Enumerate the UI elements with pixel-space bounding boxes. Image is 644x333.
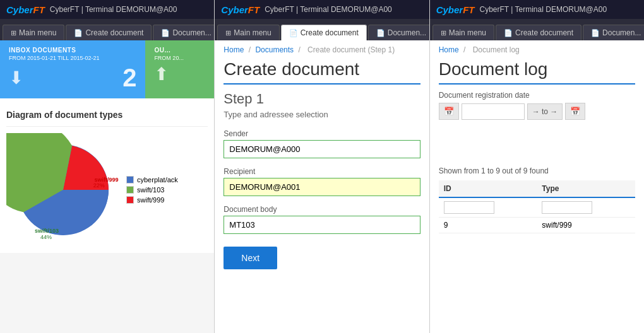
home-icon-2: ⊞ <box>225 29 231 37</box>
breadcrumb-current-3: Document log <box>473 45 520 54</box>
breadcrumb-home-2[interactable]: Home <box>224 45 244 54</box>
topbar-3: CyberFT CyberFT | Terminal DEMORUM@A00 <box>430 0 644 19</box>
filter-id-cell <box>439 197 537 218</box>
tabs-1: ⊞ Main menu 📄 Create document 📄 Documen.… <box>0 19 214 40</box>
inbox-date: FROM 2015-01-21 TILL 2015-02-21 <box>9 55 136 61</box>
legend-item-1: cyberplat/ack <box>126 176 178 184</box>
doc-icon-2b: 📄 <box>376 29 385 37</box>
legend-label-1: cyberplat/ack <box>137 176 178 184</box>
doc-icon-3b: 📄 <box>591 29 600 37</box>
breadcrumb-2: Home / Documents / Create document (Step… <box>215 40 429 59</box>
tab-main-menu-1[interactable]: ⊞ Main menu <box>3 25 64 40</box>
legend-color-2 <box>126 186 134 194</box>
cal-btn-end[interactable]: 📅 <box>565 103 585 120</box>
svg-text:22%: 22% <box>93 182 105 189</box>
doc-icon-3: 📄 <box>504 29 513 37</box>
home-icon-1: ⊞ <box>11 29 16 37</box>
date-start-input[interactable] <box>462 103 525 120</box>
tab-main-menu-2[interactable]: ⊞ Main menu <box>217 25 279 40</box>
tab-create-doc-2[interactable]: 📄 Create document <box>281 25 367 40</box>
sender-input[interactable] <box>224 140 420 158</box>
tab-documents-3[interactable]: 📄 Documen... <box>583 25 644 40</box>
legend-item-3: swift/999 <box>126 196 178 204</box>
outbox-date: FROM 20... <box>154 55 205 61</box>
outbox-body: ⬆ <box>154 64 205 85</box>
body-input[interactable] <box>224 216 420 234</box>
filter-id-input[interactable] <box>444 201 494 214</box>
body-group: Document body <box>224 205 420 234</box>
inbox-card: INBOX DOCUMENTS FROM 2015-01-21 TILL 201… <box>0 40 145 98</box>
chart-legend: cyberplat/ack swift/103 swift/999 <box>126 176 178 204</box>
tab-main-menu-3[interactable]: ⊞ Main menu <box>432 25 494 40</box>
legend-color-1 <box>126 176 134 184</box>
inbox-title: INBOX DOCUMENTS <box>9 47 136 54</box>
inbox-count: 2 <box>122 64 136 92</box>
svg-text:swift/103: swift/103 <box>35 228 59 234</box>
panel-3: CyberFT CyberFT | Terminal DEMORUM@A00 ⊞… <box>430 0 644 333</box>
recipient-group: Recipient <box>224 167 420 196</box>
tabs-2: ⊞ Main menu 📄 Create document 📄 Documen.… <box>215 19 429 40</box>
logo-3: CyberFT <box>436 4 475 15</box>
tab-documents-2[interactable]: 📄 Documen... <box>368 25 430 40</box>
filter-label: Document registration date <box>439 91 635 100</box>
legend-item-2: swift/103 <box>126 186 178 194</box>
topbar-title-2: CyberFT | Terminal DEMORUM@A00 <box>265 5 392 14</box>
col-type: Type <box>537 180 635 197</box>
create-doc-content: Home / Documents / Create document (Step… <box>215 40 429 333</box>
outbox-card: OU... FROM 20... ⬆ <box>145 40 214 98</box>
doc-icon-1b: 📄 <box>161 29 170 37</box>
log-table: ID Type <box>439 180 635 233</box>
legend-label-2: swift/103 <box>137 186 164 194</box>
pie-chart: swift/999 22% swift/103 44% <box>6 133 120 247</box>
step-subtitle: Type and adressee selection <box>224 110 420 119</box>
outbox-title: OU... <box>154 47 205 54</box>
tab-create-doc-3[interactable]: 📄 Create document <box>496 25 581 40</box>
range-separator: → to → <box>527 103 563 120</box>
table-header-row: ID Type <box>439 180 635 197</box>
svg-text:44%: 44% <box>40 234 52 240</box>
tab-create-doc-1[interactable]: 📄 Create document <box>66 25 152 40</box>
sender-group: Sender <box>224 129 420 158</box>
topbar-title-1: CyberFT | Terminal DEMORUM@A00 <box>50 5 177 14</box>
row-id: 9 <box>439 218 537 233</box>
logo-1: CyberFT <box>6 4 45 15</box>
screen-container: CyberFT CyberFT | Terminal DEMORUM@A00 ⊞… <box>0 0 644 333</box>
tabs-3: ⊞ Main menu 📄 Create document 📄 Documen.… <box>430 19 644 40</box>
topbar-2: CyberFT CyberFT | Terminal DEMORUM@A00 <box>215 0 429 19</box>
logo-2: CyberFT <box>221 4 259 15</box>
filter-type-cell <box>537 197 635 218</box>
cards-row: INBOX DOCUMENTS FROM 2015-01-21 TILL 201… <box>0 40 214 98</box>
doc-icon-1: 📄 <box>74 29 83 37</box>
diagram-title: Diagram of document types <box>6 105 208 127</box>
legend-color-3 <box>126 196 134 204</box>
home-icon-3: ⊞ <box>441 29 446 37</box>
table-row[interactable]: 9 swift/999 <box>439 218 635 233</box>
breadcrumb-documents-2[interactable]: Documents <box>255 45 294 54</box>
svg-text:swift/999: swift/999 <box>95 177 119 183</box>
filter-type-input[interactable] <box>542 201 592 214</box>
cal-btn-start[interactable]: 📅 <box>439 103 459 120</box>
breadcrumb-home-3[interactable]: Home <box>439 45 459 54</box>
inbox-body: ⬇ 2 <box>9 64 136 92</box>
step-title: Step 1 <box>224 91 420 107</box>
topbar-1: CyberFT CyberFT | Terminal DEMORUM@A00 <box>0 0 214 19</box>
date-range: 📅 → to → 📅 <box>439 103 635 120</box>
breadcrumb-3: Home / Document log <box>430 40 644 59</box>
tab-documents-1[interactable]: 📄 Documen... <box>153 25 215 40</box>
doclog-content: Home / Document log Document log Documen… <box>430 40 644 333</box>
body-label: Document body <box>224 205 420 214</box>
doclog-title: Document log <box>439 59 635 85</box>
create-doc-title: Create document <box>224 59 420 85</box>
diagram-section: Diagram of document types <box>0 98 214 253</box>
chart-container: swift/999 22% swift/103 44% cyberplat/ac… <box>6 133 208 247</box>
row-type: swift/999 <box>537 218 635 233</box>
results-info: Shown from 1 to 9 out of 9 found <box>439 129 635 175</box>
topbar-title-3: CyberFT | Terminal DEMORUM@A00 <box>480 5 607 14</box>
dashboard-content: INBOX DOCUMENTS FROM 2015-01-21 TILL 201… <box>0 40 214 333</box>
table-filter-row <box>439 197 635 218</box>
create-doc-form: Create document Step 1 Type and adressee… <box>215 59 429 278</box>
recipient-label: Recipient <box>224 167 420 176</box>
recipient-input[interactable] <box>224 178 420 196</box>
next-button[interactable]: Next <box>224 247 277 269</box>
sender-label: Sender <box>224 129 420 138</box>
